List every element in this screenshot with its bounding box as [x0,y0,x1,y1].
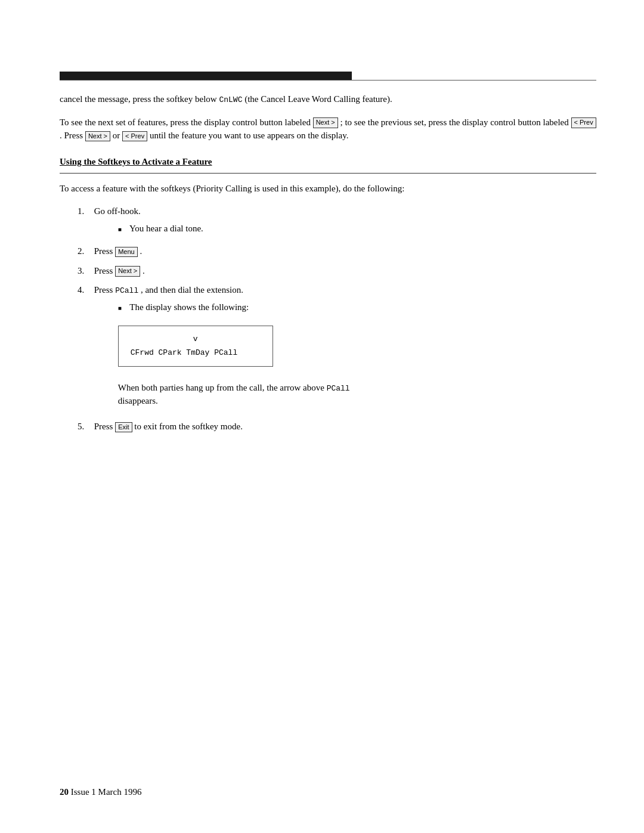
step-1-content: Go off-hook. You hear a dial tone. [94,205,596,239]
intro-text-1-cont: (the Cancel Leave Word Calling feature). [244,94,392,104]
after-box-text-2: disappears. [118,396,158,405]
step-5-content: Press Exit to exit from the softkey mode… [94,420,596,433]
step-5-number: 5. [78,420,92,433]
step-4: 4. Press PCall , and then dial the exten… [78,283,596,414]
section-heading-text: Using the Softkeys to Activate a Feature [60,157,596,167]
step-3-period: . [143,266,145,275]
section-using-softkeys: Using the Softkeys to Activate a Feature [60,157,596,174]
step-4-number: 4. [78,283,92,297]
step-4-bullets: The display shows the following: [94,301,596,314]
next-button-2: Next > [85,131,110,141]
footer: 20 Issue 1 March 1996 [60,787,596,797]
intro-text-2c: . Press [60,131,85,140]
intro-paragraph-1: cancel the message, press the softkey be… [60,92,596,106]
intro-text-2b: ; to see the previous set, press the dis… [340,117,569,127]
display-box-line2: CFrwd CPark TmDay PCall [131,346,261,360]
after-box-text: When both parties hang up from the call,… [94,381,596,408]
step-5-text: to exit from the softkey mode. [134,422,243,431]
step-2-number: 2. [78,244,92,258]
step-5-press: Press [94,422,115,431]
section-divider [60,173,596,174]
top-decorative-bar [60,72,352,80]
step-4-bullet-1: The display shows the following: [118,301,596,314]
cnlwc-code: CnLWC [219,95,242,104]
prev-button-1: < Prev [571,117,596,128]
pcall-code-1: PCall [115,286,138,295]
menu-button: Menu [115,247,138,257]
step-3-content: Press Next > . [94,264,596,278]
step-1-bullet-1-text: You hear a dial tone. [129,224,203,233]
footer-page-number: 20 [60,787,69,797]
exit-button: Exit [115,422,132,432]
next-button-1: Next > [313,117,338,128]
step-1-bullets: You hear a dial tone. [94,222,596,236]
page: cancel the message, press the softkey be… [0,0,644,833]
footer-issue-text: Issue 1 [71,787,96,797]
intro-text-2d: until the feature you want to use appear… [150,131,349,140]
next-button-step3: Next > [115,266,140,276]
step-2-period: . [140,246,142,256]
after-box-text-1: When both parties hang up from the call,… [118,383,327,392]
pcall-code-2: PCall [327,384,350,393]
step-3-number: 3. [78,264,92,278]
display-box-line1: v [131,332,261,346]
step-1-bullet-1: You hear a dial tone. [118,222,596,236]
step-3-press: Press [94,266,115,275]
steps-list: 1. Go off-hook. You hear a dial tone. 2.… [60,205,596,433]
step-2-content: Press Menu . [94,244,596,258]
step-1-number: 1. [78,205,92,218]
step-1: 1. Go off-hook. You hear a dial tone. [78,205,596,239]
step-4-bullet-text: The display shows the following: [129,302,249,312]
section-intro-text: To access a feature with the softkeys (P… [60,182,596,196]
display-box: v CFrwd CPark TmDay PCall [118,326,273,367]
intro-text-or: or [113,131,122,140]
step-4-press: Press [94,285,115,295]
main-content: cancel the message, press the softkey be… [60,92,596,439]
step-4-text: , and then dial the extension. [141,285,243,295]
top-rule-line [60,80,596,80]
step-3: 3. Press Next > . [78,264,596,278]
step-5: 5. Press Exit to exit from the softkey m… [78,420,596,433]
intro-text-2a: To see the next set of features, press t… [60,117,311,127]
step-4-content: Press PCall , and then dial the extensio… [94,283,596,414]
step-2: 2. Press Menu . [78,244,596,258]
intro-text-1: cancel the message, press the softkey be… [60,94,217,104]
intro-paragraph-2: To see the next set of features, press t… [60,116,596,143]
prev-button-2: < Prev [122,131,147,141]
step-1-text: Go off-hook. [94,206,141,216]
footer-date: March 1996 [98,787,142,797]
step-2-press: Press [94,246,115,256]
